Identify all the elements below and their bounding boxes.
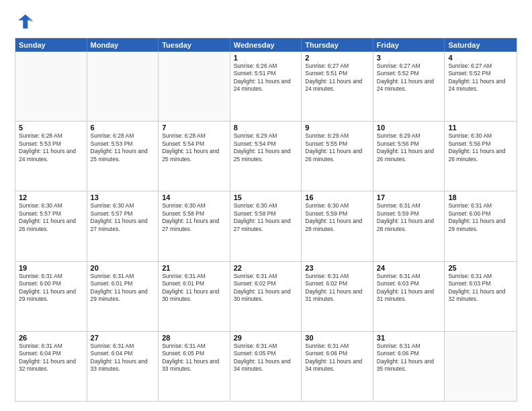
calendar-cell: 28Sunrise: 6:31 AMSunset: 6:05 PMDayligh… [159,332,230,401]
calendar-week-4: 26Sunrise: 6:31 AMSunset: 6:04 PMDayligh… [15,332,517,401]
calendar-week-0: 1Sunrise: 6:26 AMSunset: 5:51 PMDaylight… [15,52,517,122]
calendar-cell: 2Sunrise: 6:27 AMSunset: 5:51 PMDaylight… [302,52,373,121]
calendar-cell: 20Sunrise: 6:31 AMSunset: 6:01 PMDayligh… [87,262,159,331]
calendar-cell: 6Sunrise: 6:28 AMSunset: 5:53 PMDaylight… [87,122,159,191]
day-number: 27 [91,334,155,342]
page: SundayMondayTuesdayWednesdayThursdayFrid… [0,0,532,411]
calendar-cell: 22Sunrise: 6:31 AMSunset: 6:02 PMDayligh… [230,262,302,331]
header-day-thursday: Thursday [302,38,373,52]
calendar-week-1: 5Sunrise: 6:28 AMSunset: 5:53 PMDaylight… [15,122,517,191]
day-number: 21 [162,264,226,272]
day-number: 3 [377,54,441,62]
day-info: Sunrise: 6:27 AMSunset: 5:52 PMDaylight:… [448,62,513,93]
day-info: Sunrise: 6:27 AMSunset: 5:52 PMDaylight:… [377,62,441,93]
day-number: 1 [234,54,298,62]
day-number: 7 [162,124,226,132]
calendar-cell: 18Sunrise: 6:31 AMSunset: 6:00 PMDayligh… [445,191,517,261]
day-info: Sunrise: 6:31 AMSunset: 6:05 PMDaylight:… [234,342,298,373]
calendar-cell: 11Sunrise: 6:30 AMSunset: 5:56 PMDayligh… [445,122,517,191]
day-info: Sunrise: 6:29 AMSunset: 5:54 PMDaylight:… [234,132,298,163]
header-day-saturday: Saturday [445,38,517,52]
header-day-sunday: Sunday [15,38,87,52]
header-day-wednesday: Wednesday [230,38,302,52]
day-number: 4 [448,54,513,62]
calendar-cell: 8Sunrise: 6:29 AMSunset: 5:54 PMDaylight… [230,122,302,191]
day-number: 8 [234,124,298,132]
calendar-cell: 16Sunrise: 6:30 AMSunset: 5:59 PMDayligh… [302,191,373,261]
day-info: Sunrise: 6:29 AMSunset: 5:55 PMDaylight:… [305,132,369,163]
calendar-cell: 4Sunrise: 6:27 AMSunset: 5:52 PMDaylight… [445,52,517,121]
calendar-body: 1Sunrise: 6:26 AMSunset: 5:51 PMDaylight… [15,52,517,401]
day-info: Sunrise: 6:30 AMSunset: 5:56 PMDaylight:… [448,132,513,163]
header [15,12,517,31]
day-number: 31 [377,334,441,342]
day-info: Sunrise: 6:30 AMSunset: 5:59 PMDaylight:… [305,202,369,233]
day-info: Sunrise: 6:30 AMSunset: 5:57 PMDaylight:… [91,202,155,233]
day-info: Sunrise: 6:31 AMSunset: 6:06 PMDaylight:… [377,342,441,373]
calendar-cell: 27Sunrise: 6:31 AMSunset: 6:04 PMDayligh… [87,332,159,401]
calendar-cell: 31Sunrise: 6:31 AMSunset: 6:06 PMDayligh… [373,332,445,401]
calendar: SundayMondayTuesdayWednesdayThursdayFrid… [15,38,517,402]
calendar-cell [15,52,87,121]
day-info: Sunrise: 6:31 AMSunset: 6:03 PMDaylight:… [377,273,441,304]
day-info: Sunrise: 6:29 AMSunset: 5:56 PMDaylight:… [377,132,441,163]
day-number: 19 [19,264,83,272]
day-info: Sunrise: 6:30 AMSunset: 5:58 PMDaylight:… [162,202,226,233]
day-number: 22 [234,264,298,272]
day-number: 10 [377,124,441,132]
day-info: Sunrise: 6:31 AMSunset: 6:02 PMDaylight:… [234,273,298,304]
day-number: 14 [162,193,226,201]
day-info: Sunrise: 6:27 AMSunset: 5:51 PMDaylight:… [305,62,369,93]
calendar-cell: 15Sunrise: 6:30 AMSunset: 5:58 PMDayligh… [230,191,302,261]
day-number: 30 [305,334,369,342]
day-info: Sunrise: 6:31 AMSunset: 6:05 PMDaylight:… [162,342,226,373]
day-number: 5 [19,124,83,132]
calendar-cell: 14Sunrise: 6:30 AMSunset: 5:58 PMDayligh… [159,191,230,261]
day-number: 29 [234,334,298,342]
day-info: Sunrise: 6:31 AMSunset: 6:00 PMDaylight:… [448,202,513,233]
day-number: 2 [305,54,369,62]
day-number: 12 [19,193,83,201]
calendar-cell: 21Sunrise: 6:31 AMSunset: 6:01 PMDayligh… [159,262,230,331]
calendar-cell: 5Sunrise: 6:28 AMSunset: 5:53 PMDaylight… [15,122,87,191]
calendar-cell: 24Sunrise: 6:31 AMSunset: 6:03 PMDayligh… [373,262,445,331]
calendar-cell: 9Sunrise: 6:29 AMSunset: 5:55 PMDaylight… [302,122,373,191]
day-info: Sunrise: 6:28 AMSunset: 5:54 PMDaylight:… [162,132,226,163]
calendar-cell [159,52,230,121]
day-info: Sunrise: 6:31 AMSunset: 6:04 PMDaylight:… [19,342,83,373]
day-info: Sunrise: 6:31 AMSunset: 6:06 PMDaylight:… [305,342,369,373]
day-number: 17 [377,193,441,201]
header-day-monday: Monday [87,38,159,52]
day-number: 25 [448,264,513,272]
day-number: 6 [91,124,155,132]
calendar-cell: 29Sunrise: 6:31 AMSunset: 6:05 PMDayligh… [230,332,302,401]
calendar-cell: 3Sunrise: 6:27 AMSunset: 5:52 PMDaylight… [373,52,445,121]
day-number: 15 [234,193,298,201]
calendar-cell: 25Sunrise: 6:31 AMSunset: 6:03 PMDayligh… [445,262,517,331]
header-day-friday: Friday [373,38,445,52]
day-number: 13 [91,193,155,201]
logo-icon [15,12,34,31]
calendar-cell: 12Sunrise: 6:30 AMSunset: 5:57 PMDayligh… [15,191,87,261]
calendar-cell: 19Sunrise: 6:31 AMSunset: 6:00 PMDayligh… [15,262,87,331]
day-number: 20 [91,264,155,272]
calendar-cell [445,332,517,401]
day-info: Sunrise: 6:31 AMSunset: 5:59 PMDaylight:… [377,202,441,233]
day-info: Sunrise: 6:26 AMSunset: 5:51 PMDaylight:… [234,62,298,93]
calendar-cell: 1Sunrise: 6:26 AMSunset: 5:51 PMDaylight… [230,52,302,121]
day-number: 16 [305,193,369,201]
header-day-tuesday: Tuesday [159,38,230,52]
calendar-cell: 30Sunrise: 6:31 AMSunset: 6:06 PMDayligh… [302,332,373,401]
day-number: 28 [162,334,226,342]
calendar-cell: 7Sunrise: 6:28 AMSunset: 5:54 PMDaylight… [159,122,230,191]
calendar-week-3: 19Sunrise: 6:31 AMSunset: 6:00 PMDayligh… [15,262,517,332]
day-info: Sunrise: 6:31 AMSunset: 6:02 PMDaylight:… [305,273,369,304]
calendar-cell [87,52,159,121]
day-info: Sunrise: 6:31 AMSunset: 6:01 PMDaylight:… [91,273,155,304]
day-number: 24 [377,264,441,272]
day-number: 18 [448,193,513,201]
calendar-cell: 13Sunrise: 6:30 AMSunset: 5:57 PMDayligh… [87,191,159,261]
day-number: 23 [305,264,369,272]
day-number: 26 [19,334,83,342]
day-info: Sunrise: 6:30 AMSunset: 5:57 PMDaylight:… [19,202,83,233]
